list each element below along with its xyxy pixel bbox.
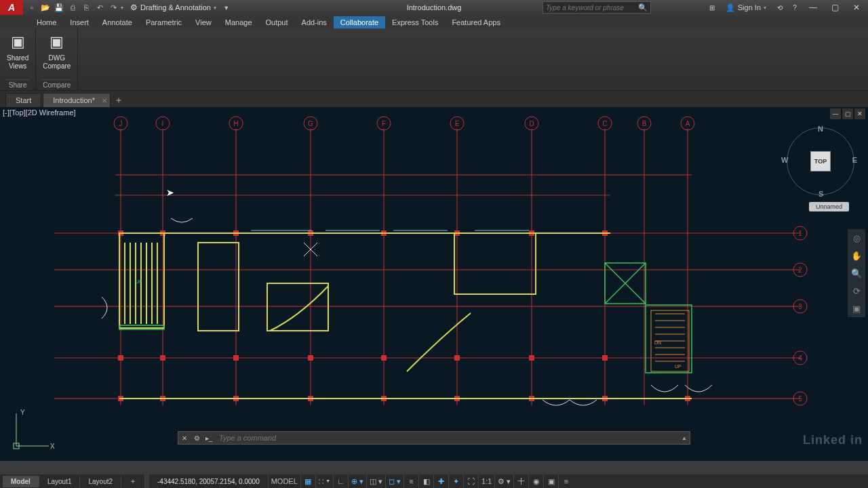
command-line[interactable]: ✕ ⚙ ▸_ ▲ (178, 431, 690, 445)
svg-text:A: A (686, 120, 690, 127)
svg-rect-45 (454, 355, 460, 361)
svg-text:DN: DN (654, 340, 661, 345)
svg-rect-60 (267, 283, 328, 331)
panel-button-shared[interactable]: ▣ SharedViews (5, 30, 30, 72)
autoscale-icon[interactable]: ⛶ (463, 474, 478, 488)
ribbon-tab-view[interactable]: View (189, 16, 218, 28)
svg-text:UP: UP (136, 279, 142, 284)
cmdline-expand-icon[interactable]: ▲ (679, 435, 690, 441)
svg-rect-41 (160, 355, 165, 361)
ribbon-tab-home[interactable]: Home (30, 16, 63, 28)
tab-close-icon[interactable]: ✕ (102, 97, 107, 104)
exchange-icon[interactable]: ⟲ (773, 1, 787, 14)
annotation-visibility-icon[interactable]: ✦ (448, 474, 463, 488)
lineweight-icon[interactable]: ≡ (403, 474, 418, 488)
annotation-monitor-icon[interactable]: 十 (513, 474, 528, 488)
watermark: Linked in (803, 433, 863, 447)
panel-label[interactable]: Compare (41, 79, 72, 89)
cmdline-close-icon[interactable]: ✕ (178, 432, 191, 444)
ribbon-tab-output[interactable]: Output (259, 16, 295, 28)
layout-tab-model[interactable]: Model (3, 476, 39, 487)
space-toggle[interactable]: MODEL (268, 474, 300, 488)
svg-rect-59 (454, 233, 536, 294)
add-tab-button[interactable]: ＋ (112, 94, 125, 107)
ortho-toggle-icon[interactable]: ∟ (333, 474, 348, 488)
svg-rect-42 (233, 355, 239, 361)
qat-dropdown-icon[interactable]: ▾ (121, 5, 123, 11)
minimize-button[interactable]: — (803, 0, 823, 15)
selection-cycling-icon[interactable]: ✚ (433, 474, 448, 488)
infocenter-icon[interactable]: ⊞ (705, 1, 719, 14)
workspace-switch-icon[interactable]: ⚙ ▾ (494, 474, 513, 488)
svg-text:1: 1 (798, 230, 802, 237)
redo-icon[interactable]: ↷ (107, 1, 119, 14)
svg-rect-58 (198, 243, 239, 331)
qnew-icon[interactable]: ▫ (26, 1, 38, 14)
mouse-cursor: ➤ (166, 187, 174, 198)
svg-text:X: X (50, 443, 55, 450)
svg-text:I: I (162, 120, 164, 127)
help-icon[interactable]: ? (788, 1, 802, 14)
ribbon-tab-parametric[interactable]: Parametric (139, 16, 189, 28)
file-tab[interactable]: Introduction*✕ (43, 93, 111, 107)
workspace-switcher[interactable]: ⚙ Drafting & Annotation ▾ (126, 3, 220, 12)
panel-label[interactable]: Share (5, 79, 30, 89)
plot-icon[interactable]: ⎘ (80, 1, 92, 14)
ribbon-tab-add-ins[interactable]: Add-ins (295, 16, 334, 28)
ribbon-tab-collaborate[interactable]: Collaborate (334, 16, 385, 28)
ribbon-tab-manage[interactable]: Manage (218, 16, 259, 28)
svg-text:5: 5 (798, 395, 802, 403)
command-input[interactable] (215, 434, 679, 442)
drawing-canvas[interactable]: J IHG FED CBA 123 45 UP DNUP (0, 107, 868, 461)
customize-status-icon[interactable]: ≡ (558, 474, 573, 488)
user-icon: 👤 (726, 3, 735, 12)
layout-tab-layout2[interactable]: Layout2 (80, 476, 121, 487)
grid-toggle-icon[interactable]: ▦ (300, 474, 315, 488)
ucs-icon[interactable]: Y X (8, 407, 56, 455)
layout-tab-layout1[interactable]: Layout1 (39, 476, 81, 487)
maximize-button[interactable]: ▢ (825, 0, 845, 15)
search-input[interactable] (546, 4, 638, 12)
qat-overflow-icon[interactable]: ▾ (220, 1, 233, 14)
search-icon[interactable]: 🔍 (638, 3, 648, 12)
cmdline-customize-icon[interactable]: ⚙ (191, 432, 203, 444)
grid-bubble: J (119, 120, 123, 127)
svg-rect-43 (308, 355, 313, 361)
panel-button-dwg[interactable]: ▣ DWGCompare (41, 30, 72, 72)
ribbon-tab-express-tools[interactable]: Express Tools (385, 16, 445, 28)
workspace-label: Drafting & Annotation (140, 3, 211, 12)
svg-text:B: B (642, 120, 647, 127)
svg-text:C: C (602, 120, 607, 127)
cleanscreen-icon[interactable]: ▣ (543, 474, 558, 488)
ribbon-tab-insert[interactable]: Insert (63, 16, 96, 28)
search-box[interactable]: 🔍 (542, 1, 651, 14)
isodraft-icon[interactable]: ◫ ▾ (366, 474, 385, 488)
transparency-icon[interactable]: ◧ (418, 474, 433, 488)
undo-icon[interactable]: ↶ (94, 1, 106, 14)
open-icon[interactable]: 📂 (39, 1, 52, 14)
svg-text:UP: UP (675, 364, 682, 369)
polar-toggle-icon[interactable]: ⊕ ▾ (348, 474, 366, 488)
svg-rect-74 (646, 305, 692, 373)
file-tab[interactable]: Start (5, 93, 41, 107)
coordinates-readout[interactable]: -43442.5180, 20057.2154, 0.0000 (149, 478, 268, 485)
ribbon-tab-featured-apps[interactable]: Featured Apps (445, 16, 507, 28)
svg-rect-46 (529, 355, 534, 361)
cmdline-prompt-icon: ▸_ (203, 432, 215, 444)
snap-toggle-icon[interactable]: ⸬ ▾ (315, 474, 333, 488)
save-icon[interactable]: 💾 (53, 1, 65, 14)
signin-button[interactable]: 👤 Sign In ▾ (720, 3, 772, 12)
svg-rect-44 (381, 355, 387, 361)
osnap-toggle-icon[interactable]: ◻ ▾ (385, 474, 403, 488)
close-button[interactable]: ✕ (846, 0, 867, 15)
panel-icon: ▣ (7, 31, 28, 53)
hardware-accel-icon[interactable]: ◉ (528, 474, 543, 488)
chevron-down-icon: ▾ (214, 5, 216, 11)
app-logo[interactable]: A (0, 0, 23, 15)
ribbon-tab-annotate[interactable]: Annotate (96, 16, 139, 28)
add-layout-button[interactable]: ＋ (121, 474, 145, 488)
annotation-scale[interactable]: 1:1 (478, 474, 494, 488)
svg-text:4: 4 (798, 354, 802, 362)
chevron-down-icon: ▾ (764, 5, 766, 11)
saveas-icon[interactable]: ⎙ (66, 1, 79, 14)
